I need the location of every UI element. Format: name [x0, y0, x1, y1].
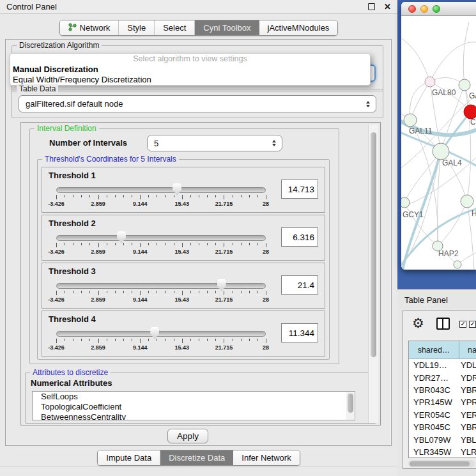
network-edge — [438, 201, 467, 246]
table-row[interactable]: YER054CYER0 — [409, 409, 476, 421]
slider-ticks — [56, 339, 266, 344]
threshold-slider-thumb[interactable] — [217, 279, 226, 291]
tick-mark — [257, 291, 258, 293]
tick-mark — [56, 291, 57, 295]
node-table[interactable]: shared…na YDL19…YDL1YDR27…YDR2YBR043CYBR… — [408, 341, 476, 458]
tick-mark — [89, 339, 90, 341]
number-of-intervals-select[interactable]: 5 — [147, 135, 282, 151]
table-row[interactable]: YLR345WYLR3 — [409, 446, 476, 458]
attribute-list-item[interactable]: BetweennessCentrality — [33, 412, 355, 420]
tick-mark — [148, 339, 149, 341]
node-gal11[interactable] — [404, 114, 417, 127]
tick-mark — [73, 243, 73, 245]
checkbox-icon[interactable]: ✓ — [459, 321, 466, 328]
panel-scrollbar[interactable] — [368, 125, 378, 423]
gear-icon[interactable]: ⚙ — [412, 316, 424, 330]
tick-label: 15.43 — [175, 201, 190, 207]
tab-impute-data[interactable]: Impute Data — [98, 450, 160, 465]
attribute-list-item[interactable]: TopologicalCoefficient — [33, 402, 355, 412]
tab-discretize-data[interactable]: Discretize Data — [160, 450, 233, 465]
threshold-value-field[interactable]: 14.713 — [281, 180, 318, 199]
column-header-shared[interactable]: shared… — [409, 341, 459, 358]
dropdown-option-manual-discretization[interactable]: Manual Discretization — [10, 65, 370, 75]
panel-scrollbar-thumb[interactable] — [371, 132, 376, 357]
tick-mark — [132, 243, 132, 245]
tick-mark — [73, 339, 73, 341]
float-icon[interactable] — [368, 3, 375, 10]
table-row[interactable]: YBR043CYBR0 — [409, 384, 476, 396]
threshold-value-field[interactable]: 11.344 — [281, 323, 318, 342]
tick-mark — [257, 243, 258, 245]
tab-network[interactable]: Network — [60, 20, 119, 35]
network-edge — [401, 36, 430, 82]
node-label: GCY1 — [403, 210, 424, 219]
close-icon[interactable]: ✕ — [384, 3, 391, 11]
tick-mark — [199, 339, 199, 341]
tick-mark — [182, 195, 183, 199]
threshold-slider-thumb[interactable] — [117, 231, 126, 243]
tick-label: 28 — [263, 249, 269, 255]
column-header-na[interactable]: na — [459, 341, 476, 358]
threshold-slider-track[interactable] — [56, 283, 266, 289]
tab-infer-network[interactable]: Infer Network — [233, 450, 299, 465]
table-data-select[interactable]: galFiltered.sif default node — [19, 95, 376, 112]
top-tab-bar: NetworkStyleSelectCyni ToolboxjActiveMNo… — [59, 20, 339, 36]
node-top-right[interactable] — [459, 79, 470, 91]
node-h[interactable] — [461, 195, 473, 208]
attributes-scrollbar[interactable] — [346, 392, 354, 420]
tab-cyni-toolbox[interactable]: Cyni Toolbox — [195, 20, 259, 35]
node-gal4[interactable] — [433, 143, 449, 160]
table-horizontal-scrollbar[interactable] — [408, 460, 475, 467]
threshold-stack: Threshold 1-3.4262.8599.14415.4321.71528… — [42, 167, 325, 358]
threshold-slider-thumb[interactable] — [150, 327, 159, 339]
apply-button[interactable]: Apply — [167, 429, 208, 443]
slider-tick-labels: -3.4262.8599.14415.4321.71528 — [56, 344, 266, 352]
table-panel: ⚙ ✓ ✓ shared…na YDL19…YDL1YDR27…YDR2YBR0… — [403, 311, 476, 469]
node-red[interactable] — [464, 105, 476, 119]
tick-mark — [132, 291, 132, 293]
network-window-titlebar[interactable] — [401, 2, 476, 16]
numerical-attributes-list[interactable]: SelfLoopsTopologicalCoefficientBetweenne… — [32, 391, 355, 420]
checkbox-icon[interactable]: ✓ — [469, 321, 476, 328]
attribute-list-item[interactable]: SelfLoops — [33, 392, 355, 402]
node-label: GAL80 — [432, 88, 456, 97]
tick-mark — [182, 339, 183, 343]
tab-label: jActiveMNodules — [268, 23, 330, 33]
tick-mark — [165, 291, 166, 293]
cell-shared-name: YBR045C — [409, 422, 459, 432]
tick-label: 21.715 — [215, 249, 233, 255]
node-gal80[interactable] — [425, 77, 435, 87]
threshold-label: Threshold 1 — [49, 171, 96, 180]
network-window[interactable]: GAL80GACGAL11GAL4GCY1HHAP2 — [401, 2, 476, 270]
columns-icon[interactable] — [436, 318, 450, 330]
tick-mark — [182, 291, 183, 295]
table-row[interactable]: YBR045CYBR0 — [409, 421, 476, 433]
tick-mark — [207, 339, 208, 341]
attributes-scrollbar-thumb[interactable] — [348, 394, 353, 413]
tick-mark — [107, 339, 107, 341]
tab-select[interactable]: Select — [155, 20, 195, 35]
threshold-slider-track[interactable] — [56, 235, 266, 241]
threshold-slider-track[interactable] — [56, 331, 266, 337]
node-bottom[interactable] — [454, 261, 461, 268]
threshold-value-field[interactable]: 21.4 — [281, 275, 318, 295]
dropdown-option-equal-width-frequency-discretization[interactable]: Equal Width/Frequency Discretization — [10, 75, 370, 85]
tab-style[interactable]: Style — [119, 20, 155, 35]
table-row[interactable]: YPR145WYPR1 — [409, 396, 476, 408]
table-row[interactable]: YDL19…YDL1 — [409, 359, 476, 371]
threshold-slider-track[interactable] — [56, 187, 266, 193]
window-minimize-button[interactable] — [420, 5, 428, 13]
node-gcy1[interactable] — [401, 197, 410, 208]
threshold-value-field[interactable]: 6.316 — [281, 227, 318, 247]
table-scrollbar-thumb[interactable] — [410, 461, 470, 466]
threshold-panel: Threshold 2-3.4262.8599.14415.4321.71528… — [42, 215, 325, 261]
table-row[interactable]: YDR27…YDR2 — [409, 371, 476, 383]
network-graph[interactable]: GAL80GACGAL11GAL4GCY1HHAP2 — [401, 16, 476, 270]
tick-mark — [107, 243, 107, 245]
window-zoom-button[interactable] — [433, 5, 440, 13]
tab-jactivemnodules[interactable]: jActiveMNodules — [259, 20, 338, 35]
threshold-slider-thumb[interactable] — [173, 183, 181, 196]
window-close-button[interactable] — [408, 5, 416, 13]
table-row[interactable]: YBL079WYBL0 — [409, 433, 476, 445]
tick-mark — [257, 195, 258, 197]
